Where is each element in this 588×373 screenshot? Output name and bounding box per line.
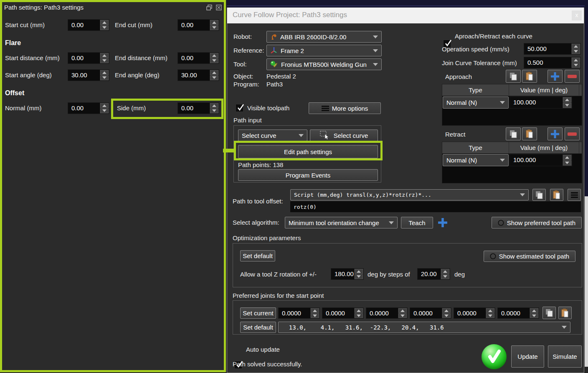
algorithm-dropdown[interactable]: Minimum tool orientation change [285,217,398,228]
retract-value-input[interactable]: 100.000 [509,154,572,166]
joint-6-input[interactable]: 0.0000 [497,307,539,319]
approach-value-input[interactable]: 100.000 [509,96,572,109]
spinner-buttons[interactable] [210,103,219,114]
path-offset-preset-dropdown[interactable]: Script (mm,deg) transl(x,y,z)*rotz(rz)*.… [290,189,529,200]
program-label: Program: [233,81,259,88]
operation-speed-input[interactable]: 50.000 [524,43,581,55]
float-icon[interactable] [206,5,212,12]
retract-copy-button[interactable] [506,127,521,140]
start-cut-label: Start cut (mm) [5,21,45,28]
close-icon[interactable] [216,5,222,12]
select-curve-button[interactable]: Select curve [310,129,378,141]
copy-icon [545,309,553,317]
approach-remove-button[interactable] [565,70,580,83]
tool-icon [270,61,278,68]
teach-button[interactable]: Teach [401,217,433,228]
show-estimated-toolpath-button[interactable]: Show estimated tool path [484,251,575,262]
dialog-close-button[interactable]: x [572,10,582,20]
path-offset-menu-button[interactable] [568,189,581,201]
paste-icon [561,309,569,317]
steps-input[interactable]: 20.00 [417,268,450,280]
visible-toolpath-checkbox[interactable] [236,104,243,112]
joints-copy-button[interactable] [542,307,556,319]
show-preferred-toolpath-button[interactable]: Show preferred tool path [492,217,582,228]
object-label: Object: [233,73,253,80]
spinner-buttons[interactable] [530,308,539,318]
reference-dropdown[interactable]: Frame 2 [266,45,382,56]
joint-5-input[interactable]: 0.0000 [454,307,495,319]
radio-circle-icon [498,220,504,226]
algorithm-label: Select algorithm: [233,219,279,226]
retract-type-dropdown[interactable]: Normal (N) [443,154,509,166]
joint-1-input[interactable]: 0.0000 [278,307,320,319]
spinner-buttons[interactable] [441,269,450,279]
dialog-titlebar[interactable]: Curve Follow Project: Path3 settings x [227,8,584,23]
end-distance-input[interactable]: 0.00 [177,52,219,64]
tool-dropdown[interactable]: Fronius MTB500i Welding Gun [266,58,382,70]
path-offset-copy-button[interactable] [532,189,546,201]
spinner-buttons[interactable] [486,308,495,318]
window-scrollbar[interactable] [585,196,588,367]
joints-paste-button[interactable] [558,307,572,319]
spinner-buttons[interactable] [354,308,363,318]
hamburger-icon [322,106,329,111]
spinner-buttons[interactable] [571,43,580,54]
edit-path-settings-button[interactable]: Edit path settings [238,145,378,158]
start-distance-input[interactable]: 0.00 [68,52,109,64]
end-angle-input[interactable]: 30.00 [177,69,219,81]
spinner-buttons[interactable] [398,308,407,318]
update-button[interactable]: Update [511,345,544,368]
joints-default-dropdown[interactable]: 13.0, 4.1, 31.6, -22.3, 20.4, 31.6 [278,322,570,333]
join-tolerance-input[interactable]: 0.500 [524,57,581,69]
spinner-buttons[interactable] [100,20,109,30]
spinner-buttons[interactable] [563,155,572,166]
normal-offset-input[interactable]: 0.00 [68,102,109,114]
joint-4-input[interactable]: 0.0000 [410,307,451,319]
add-algorithm-button[interactable] [438,218,448,229]
robot-icon [270,33,277,41]
spinner-buttons[interactable] [100,53,109,63]
minus-icon [568,75,577,78]
more-options-button[interactable]: More options [309,102,381,114]
retract-add-button[interactable] [547,127,563,140]
robot-dropdown[interactable]: ABB IRB 2600ID-8/2.00 [266,31,382,43]
spinner-buttons[interactable] [310,308,319,318]
spinner-buttons[interactable] [210,53,219,63]
spinner-buttons[interactable] [571,57,580,68]
approach-paste-button[interactable] [522,70,537,83]
program-events-button[interactable]: Program Events [238,169,378,181]
path-settings-panel: Path settings: Path3 settings Start cut … [0,0,226,373]
end-cut-input[interactable]: 0.00 [177,19,219,31]
select-curve-dropdown[interactable]: Select curve [238,129,307,141]
approach-col-value: Value (mm | deg) [509,84,579,96]
curve-follow-dialog: Curve Follow Project: Path3 settings x R… [227,8,584,373]
spinner-buttons[interactable] [563,97,572,108]
rotation-input[interactable]: 180.00 [331,268,364,280]
spinner-buttons[interactable] [354,269,363,279]
chevron-down-icon [520,193,525,196]
start-cut-input[interactable]: 0.00 [68,19,109,31]
plus-icon [550,72,560,81]
retract-paste-button[interactable] [522,127,537,140]
retract-remove-button[interactable] [565,127,580,140]
side-offset-input[interactable]: 0.00 [177,102,219,114]
window-right-edge [585,0,588,196]
spinner-buttons[interactable] [100,103,109,114]
joint-3-input[interactable]: 0.0000 [366,307,408,319]
set-current-button[interactable]: Set current [240,307,276,319]
spinner-buttons[interactable] [210,70,219,81]
approach-copy-button[interactable] [506,70,521,83]
checkmark-icon [236,103,246,112]
spinner-buttons[interactable] [100,70,109,81]
simulate-button[interactable]: Simulate [548,345,582,368]
spinner-buttons[interactable] [210,20,219,30]
approach-add-button[interactable] [547,70,563,83]
path-offset-paste-button[interactable] [550,189,563,201]
start-angle-input[interactable]: 30.00 [68,69,109,81]
path-offset-expression-input[interactable]: rotz(0) [290,201,581,212]
optimization-set-default-button[interactable]: Set default [240,250,275,261]
spinner-buttons[interactable] [442,308,451,318]
joint-2-input[interactable]: 0.0000 [322,307,364,319]
joints-set-default-button[interactable]: Set default [240,322,276,333]
approach-type-dropdown[interactable]: Normal (N) [443,96,509,109]
